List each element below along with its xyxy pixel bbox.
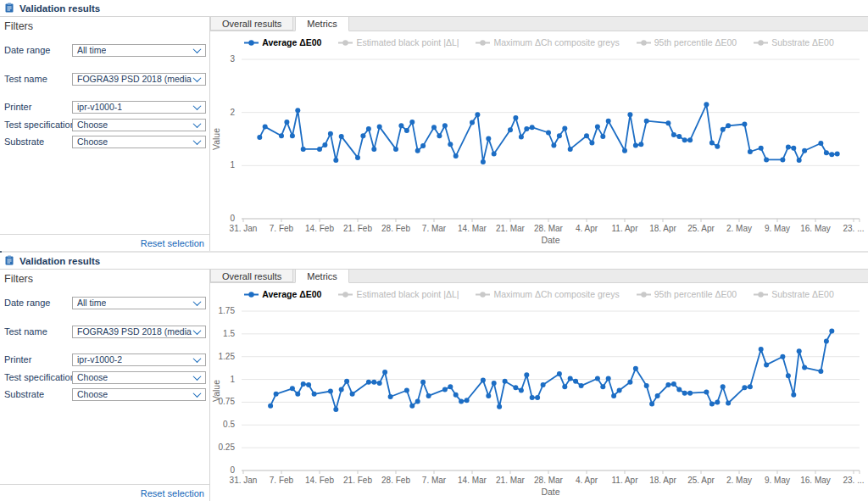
svg-text:21. Mar: 21. Mar: [496, 476, 526, 485]
test-specification-dropdown[interactable]: Choose: [72, 119, 206, 131]
svg-text:23. ...: 23. ...: [843, 476, 864, 485]
legend-item-95th-percentile-e00[interactable]: 95th percentile ΔE00: [637, 37, 737, 47]
svg-text:25. Apr: 25. Apr: [687, 476, 715, 485]
printer-dropdown[interactable]: ipr-v1000-2: [72, 353, 206, 366]
chevron-down-icon: [193, 45, 202, 53]
printer-dropdown[interactable]: ipr-v1000-1: [72, 101, 206, 114]
svg-text:21. Feb: 21. Feb: [343, 476, 372, 485]
tab-bar: Overall results Metrics: [210, 270, 868, 283]
chevron-down-icon: [193, 326, 202, 335]
svg-text:18. Apr: 18. Apr: [649, 224, 676, 233]
svg-text:1.5: 1.5: [223, 329, 235, 338]
svg-text:11. Apr: 11. Apr: [612, 476, 639, 485]
chevron-down-icon: [193, 298, 202, 306]
test-name-dropdown[interactable]: FOGRA39 PSD 2018 (media rel...: [72, 73, 206, 86]
tab-overall-results[interactable]: Overall results: [210, 17, 293, 31]
legend-item-estimated-black-point-l[interactable]: Estimated black point |ΔL|: [338, 289, 459, 299]
panel-titlebar: Validation results: [0, 0, 868, 17]
svg-text:18. Apr: 18. Apr: [649, 476, 676, 485]
svg-text:14. Feb: 14. Feb: [305, 224, 334, 233]
line-dot-marker: [244, 39, 259, 47]
svg-text:31. Jan: 31. Jan: [230, 224, 258, 233]
date-range-dropdown[interactable]: All time: [72, 44, 206, 57]
svg-text:4. Apr: 4. Apr: [576, 224, 598, 233]
test-name-dropdown[interactable]: FOGRA39 PSD 2018 (media rel...: [72, 326, 206, 338]
substrate-dropdown[interactable]: Choose: [72, 388, 206, 401]
line-dot-marker: [637, 39, 651, 47]
metrics-chart: 012331. Jan7. Feb14. Feb21. Feb28. Feb7.…: [210, 49, 868, 251]
legend-item-substrate-e00[interactable]: Substrate ΔE00: [754, 37, 834, 47]
chevron-down-icon: [193, 74, 202, 82]
legend-item-95th-percentile-e00[interactable]: 95th percentile ΔE00: [637, 289, 737, 299]
svg-text:21. Feb: 21. Feb: [343, 224, 372, 233]
svg-text:3: 3: [230, 54, 235, 64]
reset-selection-link[interactable]: Reset selection: [141, 236, 209, 248]
svg-text:2: 2: [230, 108, 235, 117]
svg-text:11. Apr: 11. Apr: [612, 224, 639, 233]
legend-item-average-e00[interactable]: Average ΔE00: [244, 289, 321, 299]
svg-text:1.75: 1.75: [219, 306, 236, 315]
tab-metrics[interactable]: Metrics: [295, 270, 348, 283]
chevron-down-icon: [193, 120, 202, 128]
tab-overall-results[interactable]: Overall results: [210, 270, 293, 282]
chart-legend: Average ΔE00Estimated black point |ΔL|Ma…: [210, 31, 868, 49]
svg-text:1.25: 1.25: [219, 352, 236, 361]
validation-results-panel-1: Validation results Filters Date range Al…: [0, 0, 868, 251]
line-dot-marker: [338, 39, 353, 47]
svg-text:7. Mar: 7. Mar: [422, 224, 447, 233]
reset-selection-link[interactable]: Reset selection: [141, 486, 209, 498]
svg-text:14. Mar: 14. Mar: [458, 224, 487, 233]
metrics-chart-area: Average ΔE00Estimated black point |ΔL|Ma…: [210, 31, 868, 251]
line-dot-marker: [244, 291, 259, 298]
svg-text:28. Mar: 28. Mar: [534, 224, 564, 233]
legend-item-maximum-ch-composite-greys[interactable]: Maximum ΔCh composite greys: [476, 289, 619, 299]
legend-item-substrate-e00[interactable]: Substrate ΔE00: [754, 289, 834, 299]
svg-text:1: 1: [230, 375, 235, 384]
svg-text:0: 0: [230, 465, 235, 475]
svg-text:1: 1: [230, 160, 235, 170]
filter-label-test-name: Test name: [4, 326, 47, 337]
series-points[interactable]: [257, 102, 839, 164]
tab-metrics[interactable]: Metrics: [295, 17, 348, 31]
date-range-dropdown[interactable]: All time: [72, 297, 206, 309]
series-line: [270, 331, 832, 409]
chevron-down-icon: [193, 136, 202, 145]
svg-text:28. Feb: 28. Feb: [381, 476, 410, 485]
svg-text:14. Mar: 14. Mar: [458, 476, 487, 485]
reset-bar: Reset selection: [0, 484, 209, 501]
svg-text:28. Feb: 28. Feb: [381, 224, 410, 233]
filter-label-test-specification: Test specification: [4, 120, 75, 130]
metrics-chart: 00.250.50.7511.251.51.7531. Jan7. Feb14.…: [210, 301, 868, 501]
svg-text:4. Apr: 4. Apr: [576, 476, 598, 485]
series-points[interactable]: [268, 329, 834, 412]
svg-text:7. Feb: 7. Feb: [270, 224, 294, 233]
legend-item-average-e00[interactable]: Average ΔE00: [244, 37, 321, 47]
svg-text:0.25: 0.25: [219, 443, 236, 452]
line-dot-marker: [476, 39, 490, 47]
panel-title: Validation results: [19, 256, 100, 266]
svg-text:9. May: 9. May: [765, 476, 790, 485]
svg-text:Date: Date: [541, 487, 559, 497]
svg-text:31. Jan: 31. Jan: [230, 476, 258, 485]
test-specification-dropdown[interactable]: Choose: [72, 371, 206, 384]
substrate-dropdown[interactable]: Choose: [72, 136, 206, 148]
filter-label-test-specification: Test specification: [4, 372, 75, 382]
filter-label-date-range: Date range: [4, 298, 50, 308]
svg-text:16. May: 16. May: [800, 476, 831, 485]
svg-text:Date: Date: [541, 235, 559, 245]
svg-text:16. May: 16. May: [800, 224, 831, 233]
filters-sidebar: Filters Date range All time Test name FO…: [0, 270, 210, 501]
svg-text:Value: Value: [211, 380, 221, 402]
svg-text:28. Mar: 28. Mar: [534, 476, 564, 485]
legend-item-estimated-black-point-l[interactable]: Estimated black point |ΔL|: [338, 37, 459, 47]
line-dot-marker: [754, 291, 768, 298]
line-dot-marker: [476, 291, 490, 298]
metrics-chart-area: Average ΔE00Estimated black point |ΔL|Ma…: [210, 283, 868, 501]
svg-text:21. Mar: 21. Mar: [496, 224, 526, 233]
legend-item-maximum-ch-composite-greys[interactable]: Maximum ΔCh composite greys: [476, 37, 619, 47]
chevron-down-icon: [193, 389, 202, 398]
line-dot-marker: [338, 291, 353, 298]
clipboard-icon: [5, 253, 14, 269]
filter-label-substrate: Substrate: [4, 136, 44, 147]
filter-label-test-name: Test name: [4, 74, 47, 84]
